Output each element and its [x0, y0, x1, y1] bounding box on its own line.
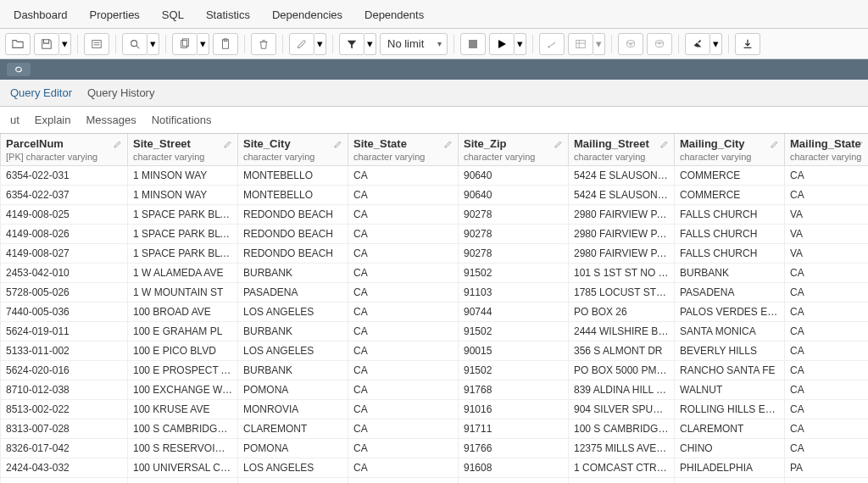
- pencil-icon[interactable]: [554, 139, 563, 152]
- table-cell[interactable]: SAN FRANCISCO: [675, 478, 785, 484]
- table-cell[interactable]: 2444 WILSHIRE BLVD ...: [569, 322, 675, 341]
- main-tab-properties[interactable]: Properties: [81, 3, 148, 28]
- column-header[interactable]: Site_Citycharacter varying: [238, 134, 348, 166]
- table-cell[interactable]: LOS ANGELES: [238, 341, 348, 361]
- table-cell[interactable]: 5624-019-011: [1, 322, 128, 341]
- table-cell[interactable]: PO BOX 5000 PMB 433: [569, 361, 675, 380]
- table-cell[interactable]: COMMERCE: [675, 186, 785, 205]
- table-cell[interactable]: VA: [785, 225, 869, 244]
- table-cell[interactable]: 6354-022-031: [1, 166, 128, 186]
- table-cell[interactable]: 8710-012-038: [1, 380, 128, 400]
- table-cell[interactable]: CA: [785, 322, 869, 341]
- table-cell[interactable]: 5624-020-016: [1, 361, 128, 380]
- table-cell[interactable]: CARSON: [238, 478, 348, 484]
- table-cell[interactable]: 904 SILVER SPUR RD #...: [569, 400, 675, 419]
- column-header[interactable]: Mailing_Citycharacter varying: [675, 134, 785, 166]
- table-cell[interactable]: CHINO: [675, 439, 785, 458]
- table-cell[interactable]: 91103: [459, 283, 569, 303]
- pencil-icon[interactable]: [770, 139, 779, 152]
- clear-button[interactable]: [685, 33, 710, 55]
- table-cell[interactable]: 90278: [459, 225, 569, 244]
- table-cell[interactable]: PO BOX 26: [569, 303, 675, 322]
- table-cell[interactable]: PHILADELPHIA: [675, 458, 785, 478]
- table-cell[interactable]: 8513-002-022: [1, 400, 128, 419]
- table-cell[interactable]: 4149-008-025: [1, 205, 128, 225]
- table-cell[interactable]: CA: [785, 303, 869, 322]
- table-cell[interactable]: 91608: [459, 458, 569, 478]
- table-cell[interactable]: 1 COMCAST CTR 32ND...: [569, 458, 675, 478]
- table-cell[interactable]: CA: [785, 380, 869, 400]
- table-cell[interactable]: 1 MINSON WAY: [128, 186, 238, 205]
- table-cell[interactable]: CLAREMONT: [238, 419, 348, 439]
- main-tab-sql[interactable]: SQL: [153, 3, 192, 28]
- paste-button[interactable]: [213, 33, 238, 55]
- table-row[interactable]: 6354-022-0311 MINSON WAYMONTEBELLOCA9064…: [1, 166, 869, 186]
- table-cell[interactable]: PA: [785, 458, 869, 478]
- output-tab-explain[interactable]: Explain: [35, 114, 71, 126]
- table-cell[interactable]: 91016: [459, 400, 569, 419]
- edit-button[interactable]: [289, 33, 314, 55]
- pencil-icon[interactable]: [223, 139, 232, 152]
- table-row[interactable]: 5624-019-011100 E GRAHAM PLBURBANKCA9150…: [1, 322, 869, 341]
- table-cell[interactable]: CA: [348, 419, 459, 439]
- delete-button[interactable]: [251, 33, 276, 55]
- table-row[interactable]: 7440-005-036100 BROAD AVELOS ANGELESCA90…: [1, 303, 869, 322]
- execute-caret[interactable]: ▾: [515, 33, 526, 55]
- table-cell[interactable]: 100 W ALONDRA BLVD: [128, 478, 238, 484]
- table-cell[interactable]: VA: [785, 205, 869, 225]
- column-header[interactable]: ParcelNum[PK] character varying: [1, 134, 128, 166]
- table-cell[interactable]: BURBANK: [238, 361, 348, 380]
- stop-button[interactable]: [460, 33, 486, 55]
- table-cell[interactable]: CA: [785, 166, 869, 186]
- table-row[interactable]: 2424-043-032100 UNIVERSAL CITY ...LOS AN…: [1, 458, 869, 478]
- table-cell[interactable]: BEVERLY HILLS: [675, 341, 785, 361]
- limit-select[interactable]: No limit: [380, 33, 448, 55]
- table-row[interactable]: 8710-012-038100 EXCHANGE WAYPOMONACA9176…: [1, 380, 869, 400]
- clear-caret[interactable]: ▾: [710, 33, 722, 55]
- table-cell[interactable]: 5728-005-026: [1, 283, 128, 303]
- table-cell[interactable]: CA: [785, 400, 869, 419]
- table-cell[interactable]: MONTEBELLO: [238, 186, 348, 205]
- copy-caret[interactable]: ▾: [198, 33, 209, 55]
- table-cell[interactable]: 8313-007-028: [1, 419, 128, 439]
- table-cell[interactable]: 1 MINSON WAY: [128, 166, 238, 186]
- table-cell[interactable]: 100 E PROSPECT AVE: [128, 361, 238, 380]
- table-cell[interactable]: CA: [348, 244, 459, 264]
- pencil-icon[interactable]: [659, 139, 669, 152]
- commit-button[interactable]: [618, 33, 643, 55]
- column-header[interactable]: Site_Statecharacter varying: [348, 134, 459, 166]
- table-cell[interactable]: CA: [785, 361, 869, 380]
- pencil-icon[interactable]: [113, 139, 122, 152]
- table-cell[interactable]: POMONA: [238, 439, 348, 458]
- table-cell[interactable]: CA: [785, 478, 869, 484]
- table-row[interactable]: 4149-008-0261 SPACE PARK BLVDREDONDO BEA…: [1, 225, 869, 244]
- find-replace-button[interactable]: [84, 33, 109, 55]
- open-file-button[interactable]: [5, 33, 31, 55]
- table-cell[interactable]: LOS ANGELES: [238, 303, 348, 322]
- table-cell[interactable]: 91502: [459, 322, 569, 341]
- table-cell[interactable]: 100 E GRAHAM PL: [128, 322, 238, 341]
- table-cell[interactable]: 130 KEARNY ST STE 3...: [569, 478, 675, 484]
- table-cell[interactable]: 8326-017-042: [1, 439, 128, 458]
- pencil-icon[interactable]: [333, 139, 342, 152]
- table-cell[interactable]: 91766: [459, 439, 569, 458]
- table-cell[interactable]: 100 KRUSE AVE: [128, 400, 238, 419]
- table-cell[interactable]: 90278: [459, 205, 569, 225]
- column-header[interactable]: Mailing_Statecharacter varying: [785, 134, 869, 166]
- explain-analyze-button[interactable]: [568, 33, 593, 55]
- table-cell[interactable]: 90248: [459, 478, 569, 484]
- table-cell[interactable]: VA: [785, 244, 869, 264]
- table-cell[interactable]: CA: [785, 439, 869, 458]
- table-cell[interactable]: LOS ANGELES: [238, 458, 348, 478]
- table-cell[interactable]: 101 S 1ST ST NO 400: [569, 264, 675, 283]
- table-cell[interactable]: PALOS VERDES ESTAT...: [675, 303, 785, 322]
- pencil-icon[interactable]: [854, 139, 864, 152]
- table-cell[interactable]: CA: [348, 341, 459, 361]
- table-cell[interactable]: 12375 MILLS AVE NO 2: [569, 439, 675, 458]
- table-cell[interactable]: 100 BROAD AVE: [128, 303, 238, 322]
- table-cell[interactable]: 100 EXCHANGE WAY: [128, 380, 238, 400]
- table-cell[interactable]: 6125-017-800: [1, 478, 128, 484]
- table-cell[interactable]: FALLS CHURCH: [675, 205, 785, 225]
- search-caret[interactable]: ▾: [147, 33, 159, 55]
- table-cell[interactable]: RANCHO SANTA FE: [675, 361, 785, 380]
